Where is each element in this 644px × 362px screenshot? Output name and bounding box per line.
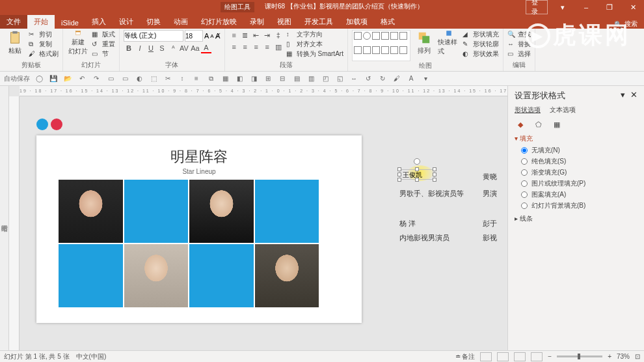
restore-button[interactable]: ❐: [598, 0, 621, 14]
solid-fill-radio[interactable]: 纯色填充(S): [521, 157, 637, 166]
grid-cell-photo[interactable]: [124, 244, 189, 307]
tab-file[interactable]: 文件: [0, 15, 27, 29]
arrange-button[interactable]: 排列: [413, 30, 435, 56]
autosave-toggle[interactable]: ◯: [34, 74, 44, 84]
paste-button[interactable]: 粘贴: [4, 30, 26, 56]
grid-cell-blue[interactable]: [189, 244, 254, 307]
resize-handle[interactable]: [433, 173, 436, 176]
off-slide-text[interactable]: 黄晓: [483, 172, 497, 182]
quick-styles-button[interactable]: 快速样式: [438, 30, 460, 56]
grid-cell-photo[interactable]: [189, 180, 254, 243]
language-indicator[interactable]: 中文(中国): [76, 352, 107, 361]
effects-icon[interactable]: ⬠: [533, 118, 544, 130]
layout-button[interactable]: ▦版式: [92, 30, 115, 39]
find-button[interactable]: 🔍查找: [507, 30, 531, 39]
align-left-button[interactable]: ≡: [229, 42, 239, 52]
zoom-out-button[interactable]: −: [548, 353, 552, 360]
resize-handle[interactable]: [397, 178, 401, 182]
align-right-button[interactable]: ≡: [251, 42, 262, 52]
off-slide-text[interactable]: 彭于: [483, 219, 497, 229]
italic-button[interactable]: I: [135, 43, 145, 53]
tab-record[interactable]: 录制: [243, 15, 271, 29]
tab-dev[interactable]: 开发工具: [298, 15, 340, 29]
size-icon[interactable]: ▦: [551, 118, 563, 130]
resize-handle[interactable]: [415, 178, 419, 182]
shadow-button[interactable]: ᴬ: [168, 43, 178, 53]
qat-button[interactable]: ⊟: [277, 74, 288, 84]
grid-cell-photo[interactable]: [255, 244, 319, 307]
qat-button[interactable]: ▭: [105, 74, 116, 84]
close-button[interactable]: ✕: [622, 0, 644, 14]
slideshow-view-button[interactable]: [531, 352, 543, 361]
qat-button[interactable]: ▭: [120, 74, 130, 84]
resize-handle[interactable]: [415, 167, 419, 171]
grid-cell-blue[interactable]: [124, 180, 189, 243]
line-section-toggle[interactable]: ▸ 线条: [515, 214, 637, 223]
strike-button[interactable]: S: [157, 43, 167, 53]
off-slide-text[interactable]: 男演: [483, 189, 497, 199]
picture-fill-radio[interactable]: 图片或纹理填充(P): [521, 179, 637, 188]
minimize-button[interactable]: –: [575, 0, 597, 14]
select-button[interactable]: ▭选择: [507, 49, 531, 59]
indent-dec-button[interactable]: ⇤: [251, 30, 262, 40]
off-slide-text[interactable]: 内地影视男演员: [399, 233, 449, 243]
qat-button[interactable]: ≡: [191, 74, 202, 84]
bullets-button[interactable]: ≡: [229, 30, 239, 40]
indent-inc-button[interactable]: ⇥: [262, 30, 273, 40]
qat-button[interactable]: ◐: [134, 74, 144, 84]
shape-effects-button[interactable]: ◐形状效果: [463, 49, 499, 59]
zoom-slider[interactable]: [557, 355, 602, 357]
spacing-button[interactable]: AV: [179, 43, 189, 53]
font-size-combo[interactable]: [185, 30, 203, 42]
off-slide-text[interactable]: 影视: [483, 233, 497, 243]
qat-button[interactable]: ⬚: [148, 74, 159, 84]
qat-more-button[interactable]: ▾: [420, 74, 431, 84]
slide-canvas[interactable]: 19 · 18 · 17 · 16 · 15 · 14 · 13 · 12 · …: [9, 86, 507, 350]
tab-home[interactable]: 开始: [27, 15, 55, 29]
qat-button[interactable]: ⊞: [263, 74, 273, 84]
grow-font-button[interactable]: A: [204, 32, 209, 40]
open-button[interactable]: 📂: [62, 74, 73, 84]
resize-handle[interactable]: [433, 178, 436, 182]
resize-handle[interactable]: [397, 167, 401, 171]
text-direction-button[interactable]: ↕文字方向: [286, 30, 343, 39]
resize-handle[interactable]: [433, 167, 436, 171]
off-slide-text[interactable]: 杨 洋: [399, 219, 416, 229]
smartart-button[interactable]: ▦转换为 SmartArt: [286, 49, 343, 59]
pane-dropdown-button[interactable]: ▾: [621, 90, 625, 102]
grid-cell-blue[interactable]: [255, 180, 319, 243]
tab-transition[interactable]: 切换: [140, 15, 167, 29]
section-button[interactable]: ▭节: [92, 49, 115, 59]
normal-view-button[interactable]: [480, 352, 492, 361]
qat-button[interactable]: ▤: [291, 74, 302, 84]
new-slide-button[interactable]: 新建 幻灯片: [67, 30, 89, 56]
qat-button[interactable]: ▦: [220, 74, 230, 84]
pane-tab-shape[interactable]: 形状选项: [515, 105, 541, 115]
tab-addin[interactable]: 加载项: [340, 15, 374, 29]
search-box[interactable]: 🔍 搜索: [614, 20, 644, 29]
shape-outline-button[interactable]: ✎形状轮廓: [463, 40, 499, 49]
case-button[interactable]: Aa: [190, 43, 200, 53]
qat-button[interactable]: ↔: [349, 74, 359, 84]
pattern-fill-radio[interactable]: 图案填充(A): [521, 190, 637, 199]
qat-button[interactable]: A: [406, 74, 416, 84]
qat-button[interactable]: ◨: [248, 74, 259, 84]
no-fill-radio[interactable]: 无填充(N): [521, 146, 637, 155]
off-slide-text[interactable]: 男歌手、影视演员等: [399, 189, 464, 199]
qat-button[interactable]: ↺: [363, 74, 373, 84]
font-color-button[interactable]: A: [201, 43, 211, 53]
grid-cell-photo[interactable]: [59, 180, 123, 243]
copy-button[interactable]: ⧉复制: [29, 40, 59, 49]
selected-textbox[interactable]: 王俊凯: [399, 169, 435, 180]
thumbnail-panel-collapsed[interactable]: 缩略图: [0, 86, 9, 350]
shape-gallery[interactable]: [352, 30, 410, 61]
reset-button[interactable]: ↺重置: [92, 40, 115, 49]
slidebg-fill-radio[interactable]: 幻灯片背景填充(B): [521, 201, 637, 210]
tab-review[interactable]: 视图: [271, 15, 298, 29]
slide-subtitle[interactable]: Star Lineup: [36, 168, 362, 175]
line-spacing-button[interactable]: ‡: [273, 30, 284, 40]
slide[interactable]: 明星阵容 Star Lineup: [36, 135, 362, 323]
columns-button[interactable]: ▥: [273, 42, 284, 52]
tab-design[interactable]: 设计: [113, 15, 140, 29]
qat-button[interactable]: 🖌: [392, 74, 402, 84]
